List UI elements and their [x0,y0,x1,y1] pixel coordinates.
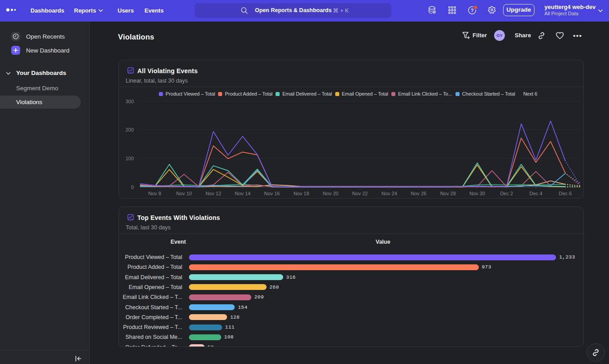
svg-text:Nov 28: Nov 28 [440,191,456,196]
svg-text:Dec 6: Dec 6 [559,191,572,196]
svg-text:200: 200 [126,127,134,132]
svg-text:Nov 18: Nov 18 [294,191,309,196]
svg-text:?: ? [471,8,474,13]
svg-text:Nov 12: Nov 12 [206,191,221,196]
svg-text:Dec 4: Dec 4 [530,191,543,196]
svg-text:Nov 24: Nov 24 [381,191,397,196]
svg-text:Nov 20: Nov 20 [323,191,338,196]
svg-text:100: 100 [126,156,134,161]
svg-text:Nov 30: Nov 30 [469,191,485,196]
svg-text:Nov 10: Nov 10 [176,191,192,196]
svg-text:Nov 26: Nov 26 [411,191,426,196]
svg-text:Nov 8: Nov 8 [148,191,161,196]
svg-text:Nov 16: Nov 16 [264,191,280,196]
svg-text:0: 0 [131,184,134,190]
svg-text:Dec 2: Dec 2 [500,191,513,196]
svg-text:Nov 14: Nov 14 [235,191,250,196]
svg-text:Nov 22: Nov 22 [352,191,368,196]
svg-text:300: 300 [126,99,134,104]
